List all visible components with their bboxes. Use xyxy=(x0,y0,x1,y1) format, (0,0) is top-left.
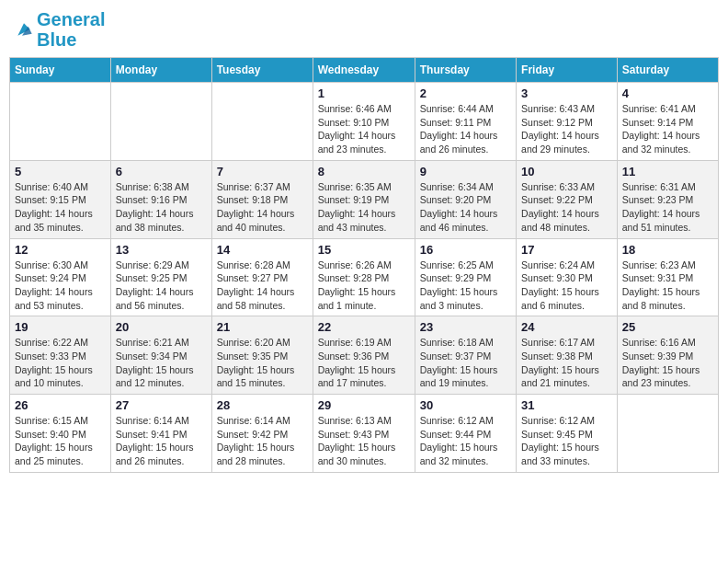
day-info: Sunrise: 6:22 AM Sunset: 9:33 PM Dayligh… xyxy=(15,336,106,390)
day-info: Sunrise: 6:20 AM Sunset: 9:35 PM Dayligh… xyxy=(217,336,308,390)
day-number: 30 xyxy=(420,398,511,412)
calendar-cell: 4Sunrise: 6:41 AM Sunset: 9:14 PM Daylig… xyxy=(617,83,718,161)
day-info: Sunrise: 6:25 AM Sunset: 9:29 PM Dayligh… xyxy=(420,259,511,313)
day-number: 22 xyxy=(318,320,410,334)
day-number: 14 xyxy=(217,243,308,257)
weekday-header: Tuesday xyxy=(211,58,313,83)
day-info: Sunrise: 6:12 AM Sunset: 9:45 PM Dayligh… xyxy=(521,414,612,468)
day-info: Sunrise: 6:19 AM Sunset: 9:36 PM Dayligh… xyxy=(318,336,410,390)
day-number: 18 xyxy=(622,243,713,257)
day-number: 16 xyxy=(420,243,511,257)
day-number: 10 xyxy=(521,165,612,178)
day-number: 17 xyxy=(521,243,612,257)
logo: General Blue xyxy=(13,9,105,50)
calendar-cell: 20Sunrise: 6:21 AM Sunset: 9:34 PM Dayli… xyxy=(110,316,211,395)
day-number: 5 xyxy=(15,165,106,178)
day-info: Sunrise: 6:23 AM Sunset: 9:31 PM Dayligh… xyxy=(622,259,713,313)
day-info: Sunrise: 6:15 AM Sunset: 9:40 PM Dayligh… xyxy=(15,414,106,468)
day-number: 4 xyxy=(622,86,713,100)
calendar-cell: 21Sunrise: 6:20 AM Sunset: 9:35 PM Dayli… xyxy=(211,316,313,395)
day-info: Sunrise: 6:41 AM Sunset: 9:14 PM Dayligh… xyxy=(622,102,713,156)
calendar-cell: 6Sunrise: 6:38 AM Sunset: 9:16 PM Daylig… xyxy=(110,160,211,238)
day-number: 3 xyxy=(521,86,612,100)
day-info: Sunrise: 6:35 AM Sunset: 9:19 PM Dayligh… xyxy=(318,180,410,235)
calendar-cell: 22Sunrise: 6:19 AM Sunset: 9:36 PM Dayli… xyxy=(313,316,415,395)
day-number: 28 xyxy=(217,398,308,412)
day-info: Sunrise: 6:38 AM Sunset: 9:16 PM Dayligh… xyxy=(116,180,207,235)
calendar-cell: 27Sunrise: 6:14 AM Sunset: 9:41 PM Dayli… xyxy=(110,395,211,473)
day-number: 8 xyxy=(318,165,410,178)
calendar-cell: 25Sunrise: 6:16 AM Sunset: 9:39 PM Dayli… xyxy=(617,316,718,395)
calendar-cell xyxy=(617,395,718,473)
day-number: 23 xyxy=(420,320,511,334)
day-info: Sunrise: 6:13 AM Sunset: 9:43 PM Dayligh… xyxy=(318,414,410,468)
weekday-header: Sunday xyxy=(10,58,111,83)
day-info: Sunrise: 6:14 AM Sunset: 9:41 PM Dayligh… xyxy=(116,414,207,468)
calendar-cell: 2Sunrise: 6:44 AM Sunset: 9:11 PM Daylig… xyxy=(415,83,516,161)
calendar-table: SundayMondayTuesdayWednesdayThursdayFrid… xyxy=(9,57,719,473)
day-number: 1 xyxy=(318,86,410,100)
calendar-cell xyxy=(110,83,211,161)
calendar-cell: 23Sunrise: 6:18 AM Sunset: 9:37 PM Dayli… xyxy=(415,316,516,395)
calendar-cell: 13Sunrise: 6:29 AM Sunset: 9:25 PM Dayli… xyxy=(110,238,211,316)
calendar-cell: 15Sunrise: 6:26 AM Sunset: 9:28 PM Dayli… xyxy=(313,238,415,316)
day-number: 21 xyxy=(217,320,308,334)
weekday-header: Saturday xyxy=(617,58,718,83)
day-info: Sunrise: 6:12 AM Sunset: 9:44 PM Dayligh… xyxy=(420,414,511,468)
day-number: 7 xyxy=(217,165,308,178)
day-info: Sunrise: 6:18 AM Sunset: 9:37 PM Dayligh… xyxy=(420,336,511,390)
day-info: Sunrise: 6:40 AM Sunset: 9:15 PM Dayligh… xyxy=(15,180,106,235)
day-info: Sunrise: 6:46 AM Sunset: 9:10 PM Dayligh… xyxy=(318,102,410,156)
day-info: Sunrise: 6:21 AM Sunset: 9:34 PM Dayligh… xyxy=(116,336,207,390)
day-info: Sunrise: 6:34 AM Sunset: 9:20 PM Dayligh… xyxy=(420,180,511,235)
day-info: Sunrise: 6:33 AM Sunset: 9:22 PM Dayligh… xyxy=(521,180,612,235)
calendar-cell: 16Sunrise: 6:25 AM Sunset: 9:29 PM Dayli… xyxy=(415,238,516,316)
day-number: 2 xyxy=(420,86,511,100)
day-number: 6 xyxy=(116,165,207,178)
day-info: Sunrise: 6:43 AM Sunset: 9:12 PM Dayligh… xyxy=(521,102,612,156)
day-info: Sunrise: 6:17 AM Sunset: 9:38 PM Dayligh… xyxy=(521,336,612,390)
day-info: Sunrise: 6:37 AM Sunset: 9:18 PM Dayligh… xyxy=(217,180,308,235)
calendar-cell: 24Sunrise: 6:17 AM Sunset: 9:38 PM Dayli… xyxy=(517,316,618,395)
calendar-cell: 9Sunrise: 6:34 AM Sunset: 9:20 PM Daylig… xyxy=(415,160,516,238)
calendar-cell: 8Sunrise: 6:35 AM Sunset: 9:19 PM Daylig… xyxy=(313,160,415,238)
calendar-cell: 30Sunrise: 6:12 AM Sunset: 9:44 PM Dayli… xyxy=(415,395,516,473)
day-number: 26 xyxy=(15,398,106,412)
calendar-cell: 18Sunrise: 6:23 AM Sunset: 9:31 PM Dayli… xyxy=(617,238,718,316)
day-number: 19 xyxy=(15,320,106,334)
day-number: 27 xyxy=(116,398,207,412)
calendar-cell: 31Sunrise: 6:12 AM Sunset: 9:45 PM Dayli… xyxy=(517,395,618,473)
calendar-cell: 3Sunrise: 6:43 AM Sunset: 9:12 PM Daylig… xyxy=(517,83,618,161)
day-number: 12 xyxy=(15,243,106,257)
day-number: 9 xyxy=(420,165,511,178)
calendar-cell xyxy=(10,83,111,161)
day-number: 11 xyxy=(622,165,713,178)
weekday-header: Wednesday xyxy=(313,58,415,83)
calendar-cell: 10Sunrise: 6:33 AM Sunset: 9:22 PM Dayli… xyxy=(517,160,618,238)
day-info: Sunrise: 6:30 AM Sunset: 9:24 PM Dayligh… xyxy=(15,259,106,313)
calendar-cell: 19Sunrise: 6:22 AM Sunset: 9:33 PM Dayli… xyxy=(10,316,111,395)
calendar-cell: 28Sunrise: 6:14 AM Sunset: 9:42 PM Dayli… xyxy=(211,395,313,473)
day-info: Sunrise: 6:31 AM Sunset: 9:23 PM Dayligh… xyxy=(622,180,713,235)
calendar-cell: 5Sunrise: 6:40 AM Sunset: 9:15 PM Daylig… xyxy=(10,160,111,238)
calendar-cell: 17Sunrise: 6:24 AM Sunset: 9:30 PM Dayli… xyxy=(517,238,618,316)
day-number: 29 xyxy=(318,398,410,412)
day-info: Sunrise: 6:29 AM Sunset: 9:25 PM Dayligh… xyxy=(116,259,207,313)
calendar-cell: 26Sunrise: 6:15 AM Sunset: 9:40 PM Dayli… xyxy=(10,395,111,473)
weekday-header: Monday xyxy=(110,58,211,83)
day-info: Sunrise: 6:44 AM Sunset: 9:11 PM Dayligh… xyxy=(420,102,511,156)
calendar-cell xyxy=(211,83,313,161)
logo-icon xyxy=(15,20,33,39)
day-info: Sunrise: 6:16 AM Sunset: 9:39 PM Dayligh… xyxy=(622,336,713,390)
day-number: 25 xyxy=(622,320,713,334)
calendar-cell: 1Sunrise: 6:46 AM Sunset: 9:10 PM Daylig… xyxy=(313,83,415,161)
calendar-cell: 14Sunrise: 6:28 AM Sunset: 9:27 PM Dayli… xyxy=(211,238,313,316)
day-info: Sunrise: 6:24 AM Sunset: 9:30 PM Dayligh… xyxy=(521,259,612,313)
day-number: 31 xyxy=(521,398,612,412)
logo-text: General Blue xyxy=(37,9,105,50)
day-number: 20 xyxy=(116,320,207,334)
day-info: Sunrise: 6:26 AM Sunset: 9:28 PM Dayligh… xyxy=(318,259,410,313)
calendar-cell: 11Sunrise: 6:31 AM Sunset: 9:23 PM Dayli… xyxy=(617,160,718,238)
day-info: Sunrise: 6:28 AM Sunset: 9:27 PM Dayligh… xyxy=(217,259,308,313)
day-info: Sunrise: 6:14 AM Sunset: 9:42 PM Dayligh… xyxy=(217,414,308,468)
